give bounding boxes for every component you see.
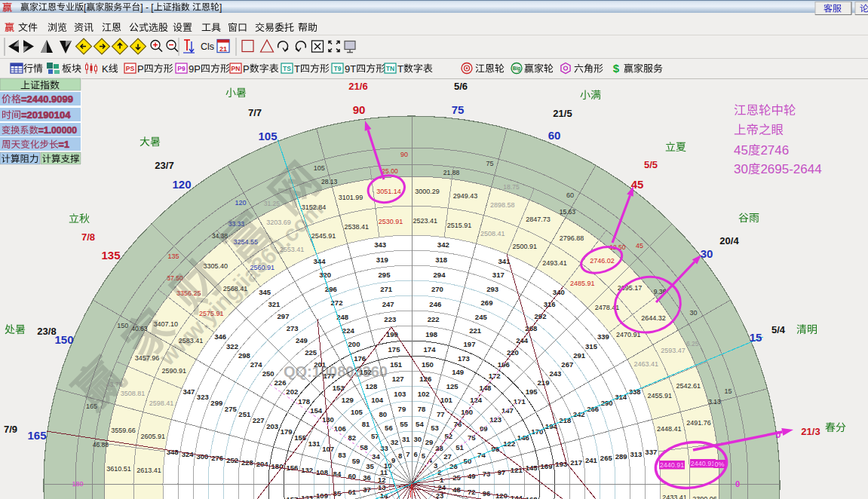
svg-text:T9: T9 [334, 65, 342, 72]
svg-text:15: 15 [724, 387, 732, 395]
svg-text:241: 241 [585, 456, 598, 464]
svg-text:129: 129 [342, 396, 354, 404]
svg-text:21/5: 21/5 [553, 108, 572, 119]
svg-text:105: 105 [351, 408, 363, 416]
svg-text:317: 317 [492, 271, 505, 279]
svg-text:55: 55 [400, 420, 408, 428]
svg-text:154: 154 [310, 406, 323, 415]
svg-text:2598.41: 2598.41 [149, 400, 174, 407]
svg-text:105: 105 [258, 130, 277, 142]
svg-text:275: 275 [225, 405, 238, 413]
svg-text:149: 149 [452, 368, 464, 376]
svg-text:168: 168 [526, 495, 538, 499]
svg-text:227: 227 [253, 416, 265, 424]
svg-text:3559.66: 3559.66 [111, 427, 136, 434]
svg-text:21: 21 [219, 45, 227, 53]
svg-text:PS: PS [126, 65, 135, 72]
svg-text:2545.91: 2545.91 [311, 232, 336, 240]
svg-text:195: 195 [526, 387, 538, 396]
svg-text:293: 293 [486, 285, 498, 293]
svg-text:28.13: 28.13 [321, 178, 338, 185]
svg-text:348: 348 [167, 448, 179, 456]
svg-text:29: 29 [425, 438, 434, 446]
svg-text:225: 225 [305, 348, 317, 357]
svg-text:294: 294 [434, 271, 446, 279]
svg-text:202: 202 [286, 387, 298, 396]
svg-text:T: T [397, 63, 403, 75]
svg-text:322: 322 [226, 342, 238, 351]
svg-text:101: 101 [440, 396, 453, 404]
svg-text:299: 299 [210, 399, 222, 407]
svg-text:34: 34 [372, 452, 380, 461]
svg-text:QQ:100803360: QQ:100803360 [284, 363, 388, 380]
svg-text:2493.41: 2493.41 [542, 259, 567, 267]
svg-text:270: 270 [431, 285, 443, 293]
svg-text:9T: 9T [345, 63, 356, 75]
svg-text:176: 176 [354, 354, 366, 363]
svg-text:120: 120 [235, 199, 246, 207]
svg-text:265: 265 [600, 454, 613, 462]
svg-text:2440.91: 2440.91 [660, 461, 685, 469]
svg-text:2485.91: 2485.91 [570, 280, 595, 287]
svg-text:31.25: 31.25 [264, 200, 281, 207]
svg-text:266: 266 [587, 405, 599, 413]
svg-text:273: 273 [287, 324, 299, 332]
svg-text:25.00: 25.00 [382, 167, 398, 175]
svg-text:127: 127 [392, 375, 404, 383]
svg-text:174: 174 [424, 345, 437, 354]
svg-text:217: 217 [570, 458, 582, 467]
svg-text:223: 223 [384, 315, 396, 323]
svg-text:80: 80 [379, 410, 387, 418]
svg-text:246: 246 [429, 300, 441, 308]
svg-text:7/8: 7/8 [81, 231, 95, 243]
svg-text:2448.41: 2448.41 [657, 425, 682, 433]
svg-text:106: 106 [334, 424, 346, 433]
svg-text:=1.00000: =1.00000 [38, 125, 77, 136]
svg-text:$: $ [613, 62, 620, 75]
svg-text:342: 342 [437, 240, 449, 249]
svg-text:269: 269 [481, 298, 493, 307]
svg-text:81: 81 [362, 420, 370, 428]
svg-text:313: 313 [630, 450, 642, 458]
svg-text:5/5: 5/5 [644, 159, 658, 170]
svg-text:105: 105 [314, 164, 325, 172]
svg-text:32: 32 [391, 438, 399, 446]
svg-text:9: 9 [391, 456, 395, 464]
svg-text:30: 30 [701, 247, 713, 260]
svg-text:18.75: 18.75 [503, 183, 520, 191]
svg-text:221: 221 [469, 326, 482, 335]
svg-text:165: 165 [27, 429, 46, 442]
svg-text:21.88: 21.88 [443, 169, 460, 176]
svg-text:173: 173 [458, 354, 470, 363]
svg-text:267: 267 [561, 360, 573, 369]
svg-text:2605.91: 2605.91 [140, 433, 165, 440]
svg-text:=20190104: =20190104 [21, 109, 71, 121]
svg-text:323: 323 [197, 393, 209, 401]
svg-text:3305.40: 3305.40 [203, 262, 228, 270]
svg-text:P9: P9 [177, 65, 186, 72]
svg-text:15.63: 15.63 [560, 208, 576, 216]
svg-text:2542.61: 2542.61 [676, 382, 701, 390]
svg-text:2530.91: 2530.91 [379, 218, 403, 225]
svg-text:TS: TS [283, 65, 291, 72]
svg-text:2898.58: 2898.58 [490, 201, 515, 209]
svg-text:153: 153 [333, 384, 345, 392]
svg-text:200: 200 [348, 340, 360, 348]
svg-text:198: 198 [425, 330, 437, 338]
svg-text:2508.41: 2508.41 [480, 230, 505, 237]
svg-text:131: 131 [308, 439, 321, 448]
svg-text:K: K [102, 63, 109, 75]
svg-text:51: 51 [455, 443, 464, 452]
svg-text:2440.91: 2440.91 [691, 460, 716, 467]
svg-text:135: 135 [168, 253, 179, 260]
svg-text:0: 0 [776, 430, 781, 440]
svg-text:56: 56 [385, 424, 393, 432]
svg-text:247: 247 [382, 300, 394, 308]
svg-text:2949.43: 2949.43 [453, 192, 478, 200]
svg-text:21/6: 21/6 [348, 81, 367, 92]
svg-text:2523.41: 2523.41 [413, 217, 437, 225]
svg-text:75: 75 [452, 103, 465, 116]
svg-text:245: 245 [475, 313, 488, 321]
svg-text:179: 179 [281, 427, 293, 436]
svg-text:T: T [294, 63, 300, 75]
